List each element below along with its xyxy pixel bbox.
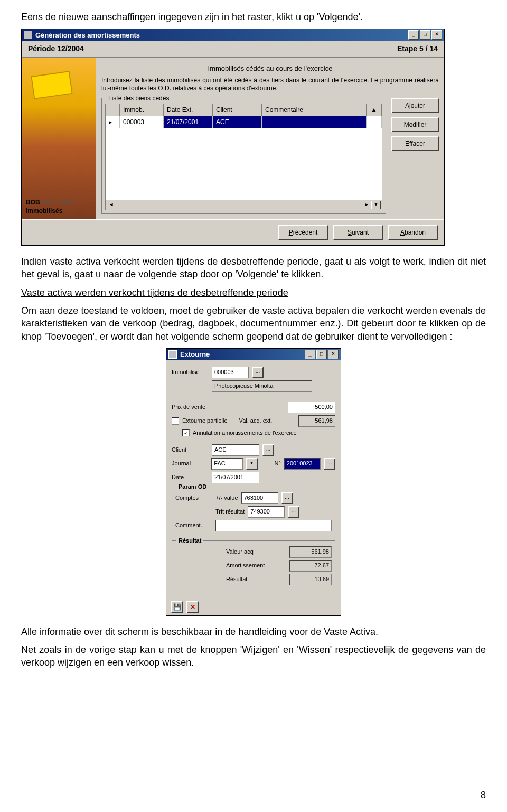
journal-label: Journal bbox=[172, 460, 208, 468]
journal-dropdown-icon[interactable]: ▾ bbox=[246, 458, 258, 470]
intro-text: Eens de nieuwe aanschaffingen ingegeven … bbox=[21, 11, 486, 23]
date-label: Date bbox=[172, 473, 209, 481]
immob-lookup-button[interactable]: ... bbox=[252, 367, 264, 378]
wizard-window: Génération des amortissements _ □ × Péri… bbox=[21, 29, 445, 246]
titlebar: Génération des amortissements _ □ × bbox=[22, 29, 444, 41]
row-marker-icon: ▸ bbox=[106, 116, 120, 128]
col-comment[interactable]: Commentaire bbox=[262, 104, 367, 116]
col-immob[interactable]: Immob. bbox=[120, 104, 164, 116]
annulation-label: Annulation amortissements de l'exercice bbox=[193, 429, 297, 437]
date-field[interactable]: 21/07/2001 bbox=[212, 472, 259, 483]
window-title: Génération des amortissements bbox=[35, 31, 140, 40]
trft-field[interactable]: 749300 bbox=[248, 506, 285, 518]
wizard-instructions: Introduisez la liste des immobilisés qui… bbox=[101, 77, 439, 93]
scroll-right-icon[interactable]: ► bbox=[362, 201, 371, 209]
prix-field[interactable]: 500,00 bbox=[288, 402, 335, 413]
res-label: Résultat bbox=[226, 575, 247, 583]
vacq-field: 561,98 bbox=[289, 546, 332, 558]
client-label: Client bbox=[172, 446, 209, 454]
col-client[interactable]: Client bbox=[213, 104, 262, 116]
scroll-down-icon[interactable]: ▼ bbox=[371, 201, 381, 209]
paragraph-5: Net zoals in de vorige stap kan u met de… bbox=[21, 643, 486, 669]
amort-field: 72,67 bbox=[289, 560, 332, 572]
cell-immob: 000003 bbox=[120, 116, 164, 128]
brand-module: Immobilisés bbox=[26, 207, 62, 214]
val-acq-field: 561,98 bbox=[298, 415, 335, 427]
comptes-field[interactable]: 763100 bbox=[241, 492, 278, 504]
scroll-left-icon[interactable]: ◄ bbox=[107, 201, 116, 209]
section-heading: Vaste activa werden verkocht tijdens de … bbox=[21, 286, 486, 299]
table-row[interactable]: ▸ 000003 21/07/2001 ACE bbox=[106, 116, 382, 128]
journal-field[interactable]: FAC bbox=[211, 458, 243, 470]
scroll-up-icon[interactable]: ▲ bbox=[367, 104, 382, 116]
immob-field[interactable]: 000003 bbox=[212, 367, 249, 378]
step-label: Etape 5 / 14 bbox=[397, 44, 438, 54]
num-field[interactable]: 20010023 bbox=[284, 458, 321, 470]
brand-software: SOFTWARE bbox=[40, 199, 78, 206]
annulation-checkbox[interactable]: ✓ bbox=[182, 429, 190, 436]
next-button[interactable]: Suivant bbox=[333, 225, 383, 240]
num-label: N° bbox=[274, 460, 280, 468]
paragraph-2: Indien vaste activa verkocht werden tijd… bbox=[21, 255, 486, 281]
abort-button[interactable]: Abandon bbox=[388, 225, 438, 240]
close-icon[interactable]: × bbox=[431, 30, 442, 40]
trft-label: Trft résultat bbox=[215, 508, 245, 516]
cell-comment bbox=[262, 116, 367, 128]
extourne-dialog: Extourne _ □ × Immobilisé 000003 ... Pho… bbox=[166, 348, 341, 616]
dlg-close-icon[interactable]: × bbox=[328, 350, 339, 359]
immob-desc-field: Photocopieuse Minolta bbox=[212, 380, 312, 392]
prix-label: Prix de vente bbox=[172, 403, 209, 411]
param-od-label: Param OD bbox=[176, 483, 209, 491]
col-date[interactable]: Date Ext. bbox=[164, 104, 213, 116]
dlg-minimize-icon[interactable]: _ bbox=[305, 350, 315, 359]
app-icon bbox=[24, 31, 32, 39]
comptes-label: Comptes bbox=[175, 494, 212, 502]
param-od-group: Param OD Comptes +/- value 763100 ... Tr… bbox=[172, 487, 335, 537]
dialog-titlebar: Extourne _ □ × bbox=[166, 349, 341, 360]
list-group: Liste des biens cédés Immob. Date Ext. C… bbox=[101, 98, 386, 214]
extourne-partielle-checkbox[interactable] bbox=[172, 417, 179, 425]
cancel-icon[interactable]: ✕ bbox=[186, 601, 199, 613]
paragraph-3: Om aan deze toestand te voldoen, moet de… bbox=[21, 304, 486, 343]
result-group: Résultat Valeur acq561,98 Amortissement7… bbox=[172, 540, 335, 591]
client-lookup-button[interactable]: ... bbox=[262, 444, 274, 456]
comment-field[interactable] bbox=[215, 520, 332, 531]
extourne-partielle-label: Extourne partielle bbox=[182, 417, 228, 425]
comment-label: Comment. bbox=[175, 521, 212, 529]
result-group-label: Résultat bbox=[176, 537, 203, 545]
brand-bob: BOB bbox=[26, 199, 40, 206]
paragraph-4: Alle informatie over dit scherm is besch… bbox=[21, 626, 486, 638]
trft-lookup-button[interactable]: ... bbox=[288, 506, 299, 518]
cell-client: ACE bbox=[213, 116, 262, 128]
previous-button[interactable]: Précédent bbox=[278, 225, 328, 240]
page-number: 8 bbox=[481, 789, 486, 801]
cell-date: 21/07/2001 bbox=[164, 116, 213, 128]
dlg-maximize-icon[interactable]: □ bbox=[316, 350, 327, 359]
save-icon[interactable]: 💾 bbox=[171, 601, 183, 613]
num-lookup-button[interactable]: ... bbox=[324, 458, 335, 470]
plusmin-label: +/- value bbox=[215, 494, 238, 502]
minimize-icon[interactable]: _ bbox=[408, 30, 419, 40]
period-label: Période 12/2004 bbox=[28, 44, 84, 54]
side-image: BOB SOFTWARE Immobilisés bbox=[22, 58, 96, 219]
val-acq-label: Val. acq. ext. bbox=[239, 417, 273, 425]
immob-label: Immobilisé bbox=[172, 368, 209, 376]
dialog-icon bbox=[168, 350, 177, 359]
amort-label: Amortissement bbox=[226, 562, 265, 570]
vacq-label: Valeur acq bbox=[226, 548, 253, 556]
data-grid[interactable]: Immob. Date Ext. Client Commentaire ▲ ▸ … bbox=[105, 104, 382, 210]
dialog-title: Extourne bbox=[180, 350, 210, 359]
client-field[interactable]: ACE bbox=[212, 444, 259, 456]
group-label: Liste des biens cédés bbox=[106, 94, 171, 102]
comptes-lookup-button[interactable]: ... bbox=[281, 492, 293, 504]
maximize-icon[interactable]: □ bbox=[420, 30, 430, 40]
delete-button[interactable]: Effacer bbox=[391, 136, 439, 151]
modify-button[interactable]: Modifier bbox=[391, 117, 439, 132]
wizard-subtitle: Immobilisés cédés au cours de l'exercice bbox=[101, 64, 439, 73]
add-button[interactable]: Ajouter bbox=[391, 98, 439, 113]
res-field: 10,69 bbox=[289, 574, 332, 585]
